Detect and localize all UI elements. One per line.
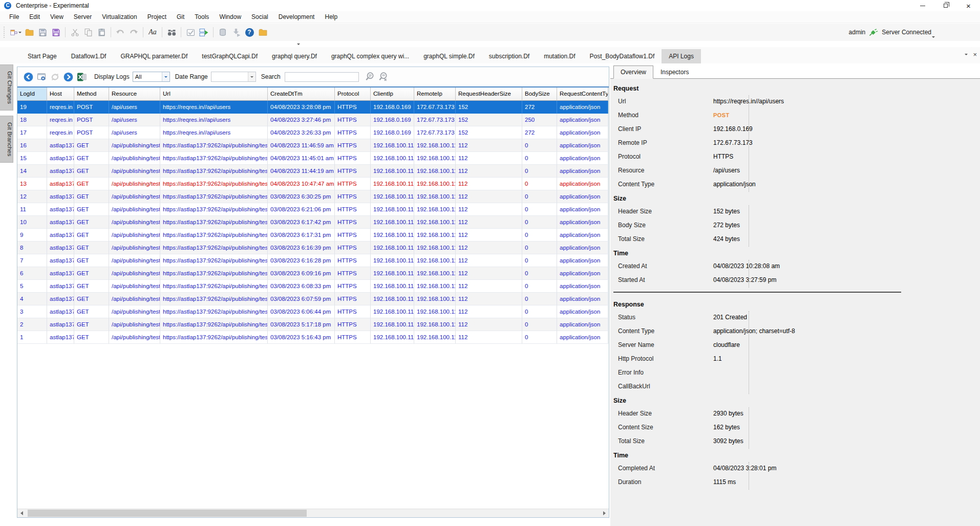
tab-graphql-simple-df[interactable]: graphQL simple.Df <box>416 49 482 63</box>
tab-api-logs[interactable]: API Logs <box>662 49 701 63</box>
table-row[interactable]: 18reqres.inPOST/api/usershttps://reqres.… <box>17 114 608 126</box>
table-row[interactable]: 5astlap137GET/api/publishing/testhttps:/… <box>17 280 608 293</box>
toolbar-grip[interactable] <box>3 27 5 38</box>
tab-graphql-parameter-df[interactable]: GRAPHQL parameter.Df <box>113 49 195 63</box>
menu-social[interactable]: Social <box>246 11 273 23</box>
menu-project[interactable]: Project <box>142 11 172 23</box>
column-header-logid[interactable]: LogId <box>17 87 47 101</box>
column-splitter[interactable] <box>749 407 749 449</box>
minimize-button[interactable] <box>911 0 934 11</box>
table-row[interactable]: 16astlap137GET/api/publishing/testhttps:… <box>17 139 608 152</box>
close-button[interactable]: × <box>957 0 980 11</box>
help-button[interactable] <box>244 26 255 38</box>
menu-git[interactable]: Git <box>172 11 189 23</box>
undo-button[interactable] <box>115 26 126 38</box>
menu-tools[interactable]: Tools <box>189 11 214 23</box>
verify-button[interactable] <box>185 26 196 38</box>
table-row[interactable]: 8astlap137GET/api/publishing/testhttps:/… <box>17 242 608 254</box>
scroll-right-button[interactable] <box>600 509 609 517</box>
table-row[interactable]: 13astlap137GET/api/publishing/testhttps:… <box>17 178 608 190</box>
table-row[interactable]: 12astlap137GET/api/publishing/testhttps:… <box>17 190 608 203</box>
column-header-clientip[interactable]: ClientIp <box>371 87 414 101</box>
side-tab-git-branches[interactable]: Git Branches <box>0 116 13 163</box>
table-row[interactable]: 9astlap137GET/api/publishing/testhttps:/… <box>17 229 608 242</box>
start-dataflow-button[interactable] <box>198 26 209 38</box>
column-header-requestheadersize[interactable]: RequestHeaderSize <box>456 87 522 101</box>
side-tab-git-changes[interactable]: Git Changes <box>0 64 13 111</box>
redo-button[interactable] <box>128 26 139 38</box>
tab-post-bodydataflow1-df[interactable]: Post_BodyDataflow1.Df <box>583 49 662 63</box>
table-row[interactable]: 6astlap137GET/api/publishing/testhttps:/… <box>17 267 608 280</box>
details-tab-inspectors[interactable]: Inspectors <box>653 65 696 79</box>
find-button[interactable] <box>166 26 177 38</box>
tab-dataflow1-df[interactable]: Dataflow1.Df <box>64 49 114 63</box>
save-all-button[interactable] <box>50 26 61 38</box>
navigate-back-button[interactable] <box>23 71 34 82</box>
menu-file[interactable]: File <box>4 11 24 23</box>
menu-help[interactable]: Help <box>319 11 343 23</box>
table-row[interactable]: 14astlap137GET/api/publishing/testhttps:… <box>17 165 608 178</box>
date-range-select[interactable] <box>211 72 256 82</box>
menu-virtualization[interactable]: Virtualization <box>97 11 142 23</box>
export-excel-button[interactable] <box>76 71 87 82</box>
table-row[interactable]: 7astlap137GET/api/publishing/testhttps:/… <box>17 254 608 267</box>
tab-list-dropdown-icon[interactable] <box>965 54 968 55</box>
table-row[interactable]: 17reqres.inPOST/api/usershttps://reqres.… <box>17 126 608 139</box>
scrollbar-thumb[interactable] <box>28 510 307 517</box>
menu-server[interactable]: Server <box>69 11 97 23</box>
horizontal-scrollbar[interactable] <box>17 509 609 517</box>
table-row[interactable]: 11astlap137GET/api/publishing/testhttps:… <box>17 203 608 216</box>
tab-close-icon[interactable]: × <box>973 51 977 58</box>
column-splitter[interactable] <box>749 205 749 247</box>
column-splitter[interactable] <box>749 95 749 192</box>
column-splitter[interactable] <box>749 311 749 394</box>
column-header-bodysize[interactable]: BodySize <box>522 87 557 101</box>
menu-view[interactable]: View <box>45 11 69 23</box>
toolbar-options-button[interactable] <box>932 31 935 40</box>
toolbar-overflow-button[interactable] <box>297 38 300 47</box>
font-settings-button[interactable] <box>147 26 158 38</box>
copy-button[interactable] <box>82 26 94 38</box>
column-splitter[interactable] <box>749 260 749 288</box>
clear-search-button[interactable] <box>377 71 389 82</box>
table-row[interactable]: 3astlap137GET/api/publishing/testhttps:/… <box>17 305 608 318</box>
scroll-left-button[interactable] <box>17 509 26 517</box>
column-header-host[interactable]: Host <box>47 87 74 101</box>
menu-edit[interactable]: Edit <box>24 11 45 23</box>
column-header-createdttm[interactable]: CreateDtTm <box>268 87 335 101</box>
database-button[interactable] <box>217 26 228 38</box>
column-header-method[interactable]: Method <box>74 87 109 101</box>
column-header-protocol[interactable]: Protocol <box>335 87 371 101</box>
column-splitter[interactable] <box>749 462 749 490</box>
table-row[interactable]: 15astlap137GET/api/publishing/testhttps:… <box>17 152 608 165</box>
details-tab-overview[interactable]: Overview <box>613 65 653 79</box>
cut-button[interactable] <box>69 26 80 38</box>
display-logs-select[interactable]: All <box>133 72 170 82</box>
menu-development[interactable]: Development <box>273 11 320 23</box>
search-input[interactable] <box>285 72 359 82</box>
deploy-button[interactable] <box>230 26 242 38</box>
tab-mutation-df[interactable]: mutation.Df <box>537 49 582 63</box>
table-row[interactable]: 2astlap137GET/api/publishing/testhttps:/… <box>17 318 608 331</box>
log-settings-button[interactable] <box>36 71 47 82</box>
menu-window[interactable]: Window <box>214 11 246 23</box>
restore-button[interactable] <box>934 0 957 11</box>
tab-start-page[interactable]: Start Page <box>20 49 64 63</box>
table-row[interactable]: 1astlap137GET/api/publishing/testhttps:/… <box>17 331 608 344</box>
table-row[interactable]: 10astlap137GET/api/publishing/testhttps:… <box>17 216 608 229</box>
column-header-requestcontenttype[interactable]: RequestContentType <box>557 87 608 101</box>
save-button[interactable] <box>37 26 48 38</box>
column-header-url[interactable]: Url <box>160 87 268 101</box>
tab-graphql-complex-query-wi[interactable]: graphQL complex query wi... <box>324 49 416 63</box>
open-button[interactable] <box>24 26 35 38</box>
search-logs-button[interactable] <box>364 71 375 82</box>
tab-graphql-query-df[interactable]: graphql query.Df <box>265 49 324 63</box>
paste-button[interactable] <box>96 26 107 38</box>
navigate-forward-button[interactable] <box>62 71 74 82</box>
refresh-button[interactable] <box>49 71 60 82</box>
table-row[interactable]: 4astlap137GET/api/publishing/testhttps:/… <box>17 293 608 305</box>
tab-testgraphqlcapi-df[interactable]: testGraphQLCapi.Df <box>195 49 265 63</box>
column-header-resource[interactable]: Resource <box>109 87 160 101</box>
tab-subscription-df[interactable]: subscription.Df <box>482 49 537 63</box>
new-dataflow-button[interactable] <box>10 26 22 38</box>
